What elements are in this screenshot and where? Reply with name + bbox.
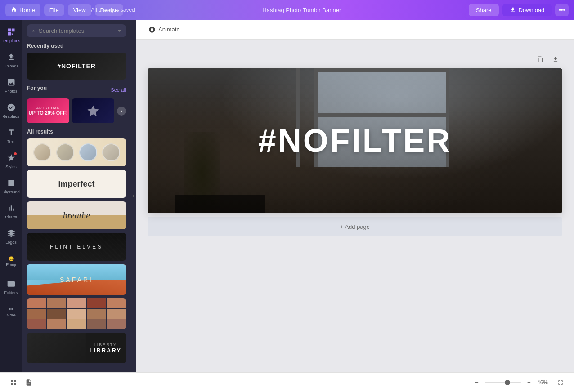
main-content: Templates Uploads Photos Graphics Text [0,20,574,372]
canvas-area: Animate [136,20,574,372]
zoom-out-button[interactable]: − [471,377,482,388]
sidebar-item-background[interactable]: Bkground [1,174,21,198]
canvas-frame[interactable]: #NOFILTER [148,68,562,213]
for-you-grid: Artrodan UP TO 20% OFF! › [27,98,126,123]
uploads-icon [7,53,16,62]
sidebar-item-uploads[interactable]: Uploads [1,49,21,72]
sidebar-item-photos[interactable]: Photos [1,74,21,97]
template-card-mosaic[interactable] [27,298,126,329]
file-button[interactable]: File [44,4,64,16]
bottom-bar: − + 46% [0,372,574,392]
circle-3 [79,143,97,161]
mosaic-cell [67,309,86,319]
recently-used-card[interactable]: #NOFILTER [27,53,126,80]
copy-frame-button[interactable] [534,53,547,66]
mosaic-cell [27,319,46,329]
sidebar-item-folders[interactable]: Folders [1,275,21,298]
text-label: Text [7,139,15,144]
mosaic-cell [87,319,106,329]
fullscreen-button[interactable] [554,376,567,389]
topbar: Home File View Resize All changes saved … [0,0,574,20]
template-card-liberty[interactable]: LIBERTY LIBRARY [27,333,126,363]
for-you-card-1[interactable]: Artrodan UP TO 20% OFF! [27,98,69,123]
sidebar-item-logos[interactable]: Logos [1,225,21,248]
sidebar-item-text[interactable]: Text [1,124,21,147]
mosaic-cell [107,298,126,308]
sidebar-item-more[interactable]: ••• More [1,300,21,324]
template-card-safari[interactable]: SAFARI [27,264,126,295]
zoom-thumb [505,380,510,385]
mosaic-cell [67,319,86,329]
sidebar-item-graphics[interactable]: Graphics [1,99,21,122]
sidebar-item-emoji[interactable]: 😊 Emoji [1,250,21,273]
for-you-next[interactable]: › [117,107,126,116]
window-divider-h [314,113,449,117]
promo-text: UP TO 20% OFF! [28,110,67,116]
share-button[interactable]: Share [469,4,499,16]
canvas-toolbar: Animate [136,20,574,40]
home-icon [11,6,17,14]
liberty-big: LIBRARY [90,347,121,354]
logos-icon [7,229,16,239]
background-icon [7,178,16,188]
search-input[interactable] [39,27,114,34]
sidebar-item-styles[interactable]: Styles [1,149,21,173]
bottom-left-controls [7,376,35,389]
graphics-label: Graphics [3,114,19,119]
star-decoration [86,104,100,118]
zoom-percent: 46% [537,379,551,386]
templates-label: Templates [2,39,20,43]
circle-2 [56,143,74,161]
home-button[interactable]: Home [5,4,40,16]
notes-button[interactable] [22,376,35,389]
table [175,195,265,213]
mosaic-cell [107,309,126,319]
mosaic-cell [27,298,46,308]
sidebar-item-charts[interactable]: Charts [1,200,21,223]
imperfect-text: imperfect [58,179,94,189]
home-label: Home [19,7,35,13]
animate-label: Animate [158,26,180,33]
emoji-label: Emoji [6,263,16,267]
photos-icon [7,78,16,88]
safari-text: SAFARI [60,276,93,283]
folders-label: Folders [4,290,18,295]
circle-1 [33,143,51,161]
for-you-card-2[interactable] [72,98,114,123]
template-card-flint[interactable]: FLINT ELVES [27,233,126,261]
export-frame-button[interactable] [549,53,562,66]
charts-label: Charts [5,215,17,219]
mosaic-cell [107,319,126,329]
sidebar-item-templates[interactable]: Templates [1,23,21,47]
mosaic-cell [47,319,66,329]
doc-title: Hashtag Photo Tumblr Banner [139,7,465,13]
view-button[interactable]: View [68,4,91,16]
view-label: View [73,7,86,13]
breathe-text: breathe [63,210,90,221]
see-all-link[interactable]: See all [111,87,126,93]
more-options-button[interactable]: ••• [555,4,569,16]
panel-collapse-handle[interactable] [130,20,136,372]
animate-button[interactable]: Animate [143,24,185,36]
styles-label: Styles [5,165,17,169]
zoom-in-button[interactable]: + [524,377,534,388]
template-card-imperfect[interactable]: imperfect [27,170,126,198]
template-card-breathe[interactable]: breathe [27,201,126,229]
mosaic-cell [47,298,66,308]
add-page-bar[interactable]: + Add page [148,217,562,236]
canvas-controls-top [148,53,562,66]
canvas-wrapper: #NOFILTER + Add page [148,53,562,236]
grid-view-button[interactable] [7,376,20,389]
photos-label: Photos [4,89,17,94]
animate-icon [148,26,156,33]
download-label: Download [519,7,545,13]
for-you-title: For you [27,85,47,91]
mosaic-cell [47,309,66,319]
for-you-header: For you See all [27,85,126,95]
more-label: More [6,313,16,317]
download-button[interactable]: Download [502,4,552,16]
canvas-scroll[interactable]: #NOFILTER + Add page [136,40,574,372]
all-results-title: All results [27,129,126,135]
zoom-slider[interactable] [485,382,521,383]
template-card-circles[interactable] [27,138,126,166]
